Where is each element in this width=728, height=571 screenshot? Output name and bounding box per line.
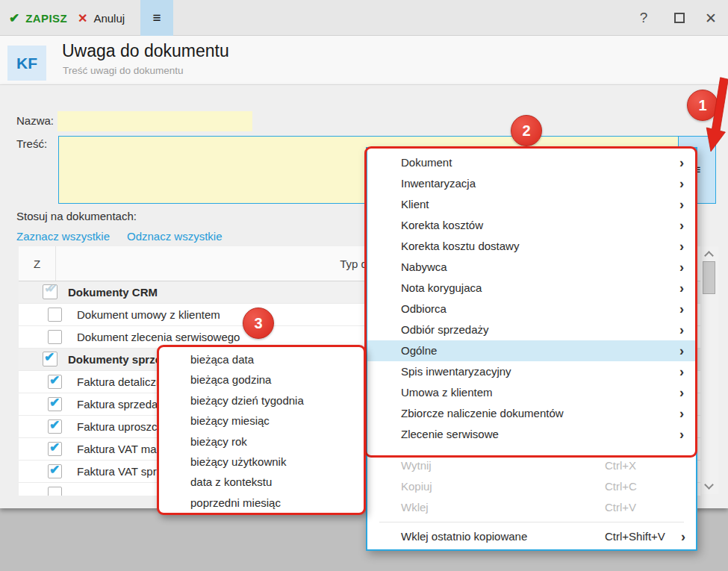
- context-menu-item[interactable]: Spis inwentaryzacyjny›: [367, 361, 696, 382]
- context-menu-item[interactable]: Nabywca›: [367, 257, 696, 278]
- insert-values-submenu: bieżąca databieżąca godzinabieżący dzień…: [157, 345, 366, 515]
- dialog-uwaga-do-dokumentu: ✔ ZAPISZ ✕ Anuluj ≡ ? ✕ KF Uwaga do doku…: [0, 0, 728, 571]
- chevron-right-icon: ›: [679, 361, 684, 382]
- scroll-up-icon[interactable]: [704, 251, 714, 260]
- checkmark-icon: ✔: [49, 462, 60, 478]
- cancel-button[interactable]: ✕ Anuluj: [78, 0, 125, 36]
- menu-item-shortcut: Ctrl+Shift+V: [605, 526, 665, 547]
- row-checkbox[interactable]: ✔: [48, 419, 62, 434]
- chevron-right-icon: ›: [679, 278, 684, 299]
- context-menu-item[interactable]: Odbiór sprzedaży›: [367, 319, 696, 340]
- menu-item-disabled: WklejCtrl+V: [367, 497, 696, 518]
- menu-item-shortcut: Ctrl+V: [605, 497, 636, 518]
- maximize-icon: [674, 13, 685, 23]
- chevron-right-icon: ›: [679, 152, 684, 173]
- insert-submenu-item[interactable]: bieżący rok: [159, 431, 364, 452]
- context-menu-item[interactable]: Zlecenie serwisowe›: [367, 424, 696, 445]
- check-icon: ✔: [9, 10, 19, 26]
- menu-item-label: Odbiorca: [401, 302, 447, 315]
- menu-item-paste-last[interactable]: Wklej ostatnio kopiowane Ctrl+Shift+V ›: [367, 526, 696, 547]
- menu-item-label: Wklej: [401, 501, 429, 514]
- hamburger-icon: ≡: [152, 10, 161, 26]
- close-button[interactable]: ✕: [698, 0, 724, 36]
- menu-item-label: Dokument: [401, 156, 452, 169]
- context-menu-item[interactable]: Klient›: [367, 194, 696, 215]
- row-label: Dokument umowy z klientem: [77, 304, 220, 325]
- double-checkmark-icon: ✔✔: [44, 281, 51, 296]
- context-menu-item[interactable]: Dokument›: [367, 152, 696, 173]
- context-menu-item[interactable]: Korekta kosztów›: [367, 215, 696, 236]
- chevron-right-icon: ›: [681, 526, 685, 547]
- checkmark-icon: ✔: [49, 372, 60, 388]
- table-scrollbar[interactable]: [700, 246, 718, 494]
- save-button[interactable]: ✔ ZAPISZ: [9, 0, 67, 36]
- menu-separator: [379, 522, 684, 522]
- dialog-header: KF Uwaga do dokumentu Treść uwagi do dok…: [0, 36, 728, 85]
- chevron-right-icon: ›: [679, 215, 684, 236]
- menu-item-label: Zbiorcze naliczenie dokumentów: [401, 407, 564, 419]
- menu-item-label: Klient: [401, 198, 429, 210]
- cancel-button-label: Anuluj: [93, 12, 125, 25]
- maximize-button[interactable]: [667, 0, 692, 36]
- menu-item-label: Korekta kosztu dostawy: [401, 240, 519, 252]
- menu-item-label: Nota korygujaca: [401, 281, 482, 294]
- insert-submenu-item[interactable]: data z kontekstu: [159, 472, 364, 492]
- chevron-right-icon: ›: [679, 194, 684, 215]
- row-checkbox[interactable]: ✔: [48, 397, 62, 411]
- row-checkbox[interactable]: ✔: [48, 375, 62, 389]
- row-label: Faktura detaliczna: [77, 371, 169, 393]
- context-menu-item[interactable]: Inwentaryzacja›: [367, 173, 696, 194]
- chevron-right-icon: ›: [679, 424, 684, 445]
- row-checkbox[interactable]: [48, 487, 62, 496]
- context-menu-item[interactable]: Zbiorcze naliczenie dokumentów›: [367, 403, 696, 424]
- row-checkbox[interactable]: [48, 330, 62, 344]
- row-label: Faktura sprzedaży: [77, 393, 169, 415]
- insert-submenu-item[interactable]: bieżąca godzina: [159, 369, 364, 390]
- row-checkbox[interactable]: ✔: [48, 442, 62, 456]
- row-checkbox[interactable]: ✔✔: [43, 284, 57, 299]
- context-menu-item[interactable]: Odbiorca›: [367, 299, 696, 319]
- toolbar-menu-button[interactable]: ≡: [140, 0, 173, 36]
- insert-submenu-item[interactable]: bieżący miesiąc: [159, 411, 364, 431]
- context-menu-item[interactable]: Korekta kosztu dostawy›: [367, 236, 696, 257]
- insert-context-menu: Dokument›Inwentaryzacja›Klient›Korekta k…: [366, 147, 697, 551]
- menu-item-label: Korekta kosztów: [401, 219, 483, 231]
- checkmark-icon: ✔: [49, 417, 60, 433]
- insert-submenu-item[interactable]: poprzedni miesiąc: [159, 493, 364, 513]
- page-title: Uwaga do dokumentu: [62, 41, 229, 61]
- deselect-all-link[interactable]: Odznacz wszystkie: [127, 230, 223, 243]
- menu-item-label: Wklej ostatnio kopiowane: [401, 530, 527, 543]
- menu-item-label: Kopiuj: [401, 480, 432, 493]
- scrollbar-thumb[interactable]: [703, 261, 715, 294]
- content-label: Treść:: [16, 137, 47, 150]
- context-menu-item[interactable]: Umowa z klientem›: [367, 382, 696, 403]
- menu-item-disabled: KopiujCtrl+C: [367, 476, 696, 497]
- name-input[interactable]: [57, 111, 252, 131]
- chevron-right-icon: ›: [679, 382, 684, 403]
- context-menu-item[interactable]: Ogólne›: [367, 340, 696, 361]
- select-all-link[interactable]: Zaznacz wszystkie: [16, 230, 110, 243]
- chevron-right-icon: ›: [679, 403, 684, 424]
- checkmark-icon: ✔: [44, 349, 55, 365]
- row-checkbox[interactable]: ✔: [48, 464, 62, 478]
- context-menu-item[interactable]: Nota korygujaca›: [367, 278, 696, 299]
- row-checkbox[interactable]: [48, 308, 62, 322]
- kf-badge: KF: [7, 46, 46, 81]
- x-icon: ✕: [78, 11, 87, 25]
- insert-submenu-item[interactable]: bieżący dzień tygodnia: [159, 390, 364, 411]
- menu-item-label: Nabywca: [401, 260, 447, 273]
- menu-item-label: Inwentaryzacja: [401, 177, 476, 190]
- column-header-checked[interactable]: Z: [19, 246, 56, 281]
- scroll-down-icon[interactable]: [704, 480, 714, 490]
- insert-submenu-item[interactable]: bieżąca data: [159, 349, 364, 369]
- help-button[interactable]: ?: [631, 0, 656, 36]
- menu-item-disabled: WytnijCtrl+X: [367, 455, 696, 476]
- chevron-right-icon: ›: [679, 173, 684, 194]
- checkmark-icon: ✔: [49, 395, 60, 411]
- insert-submenu-item[interactable]: bieżący użytkownik: [159, 452, 364, 472]
- menu-item-label: Zlecenie serwisowe: [401, 428, 499, 440]
- checkmark-icon: ✔: [49, 440, 60, 455]
- row-checkbox[interactable]: ✔: [43, 352, 57, 366]
- menu-item-label: Umowa z klientem: [401, 386, 493, 399]
- chevron-right-icon: ›: [679, 340, 684, 361]
